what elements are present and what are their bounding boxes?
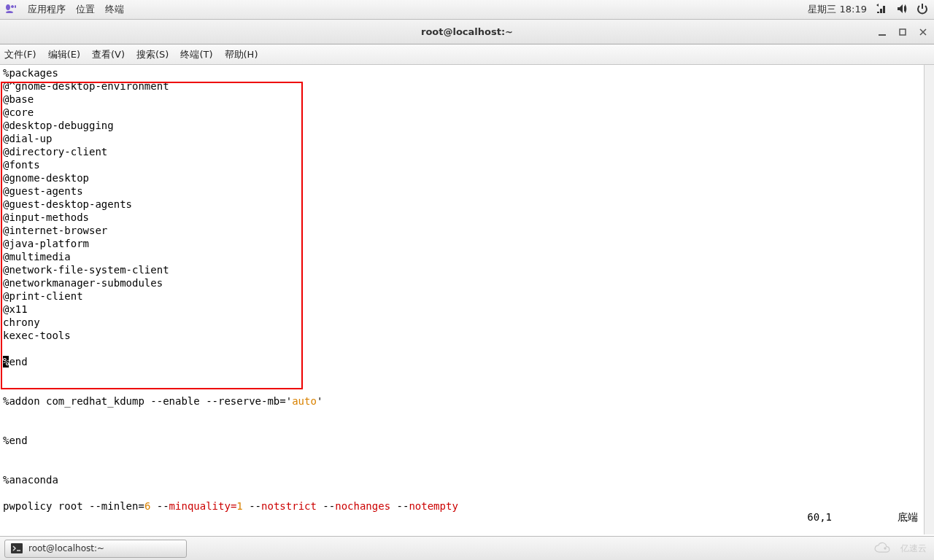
- power-icon[interactable]: [916, 3, 928, 17]
- kickstart-line: @directory-client: [3, 145, 934, 158]
- kickstart-end-line: %end: [3, 355, 934, 368]
- vim-status-line: 60,1 底端: [807, 511, 918, 524]
- volume-icon[interactable]: [896, 3, 908, 17]
- menu-edit[interactable]: 编辑(E): [48, 48, 80, 61]
- svg-rect-2: [11, 543, 23, 553]
- terminal-content[interactable]: %packages@^gnome-desktop-environment@bas…: [0, 65, 934, 524]
- kickstart-line: @guest-agents: [3, 184, 934, 198]
- menu-file[interactable]: 文件(F): [4, 48, 36, 61]
- menu-terminal[interactable]: 终端: [105, 3, 124, 16]
- addon-line: %addon com_redhat_kdump --enable --reser…: [3, 394, 934, 408]
- svg-rect-0: [879, 34, 886, 36]
- close-button[interactable]: [916, 26, 930, 39]
- blank-line: [3, 460, 934, 473]
- kickstart-line: @fonts: [3, 158, 934, 171]
- terminal-viewport: %packages@^gnome-desktop-environment@bas…: [0, 65, 934, 534]
- activities-icon[interactable]: [6, 3, 18, 17]
- kickstart-line: @desktop-debugging: [3, 119, 934, 132]
- window-titlebar: root@localhost:~: [0, 20, 934, 44]
- menu-help[interactable]: 帮助(H): [225, 48, 258, 61]
- taskbar-button-label: root@localhost:~: [28, 543, 104, 553]
- maximize-button[interactable]: [896, 26, 909, 39]
- kickstart-line: @java-platform: [3, 237, 934, 250]
- blank-line: [3, 421, 934, 434]
- anaconda-line: %anaconda: [3, 473, 934, 486]
- scrollbar[interactable]: [924, 65, 934, 534]
- scroll-position: 底端: [898, 511, 918, 524]
- kickstart-line: @network-file-system-client: [3, 263, 934, 276]
- kickstart-line: @input-methods: [3, 211, 934, 224]
- gnome-top-panel: 应用程序 位置 终端 星期三 18:19: [0, 0, 934, 20]
- kickstart-line: %packages: [3, 66, 934, 79]
- end-line: %end: [3, 434, 934, 447]
- cursor-position: 60,1: [807, 511, 832, 524]
- network-icon[interactable]: [876, 3, 887, 17]
- window-title: root@localhost:~: [421, 26, 513, 37]
- menu-view[interactable]: 查看(V): [92, 48, 125, 61]
- kickstart-line: @core: [3, 106, 934, 119]
- kickstart-line: @base: [3, 93, 934, 106]
- kickstart-line: @dial-up: [3, 132, 934, 145]
- menu-search[interactable]: 搜索(S): [136, 48, 169, 61]
- taskbar-button-terminal[interactable]: root@localhost:~: [4, 540, 187, 558]
- menu-places[interactable]: 位置: [76, 3, 95, 16]
- menu-applications[interactable]: 应用程序: [28, 3, 66, 16]
- kickstart-line: @internet-browser: [3, 224, 934, 237]
- clock-label[interactable]: 星期三 18:19: [808, 3, 867, 16]
- blank-line: [3, 381, 934, 394]
- minimize-button[interactable]: [876, 26, 889, 39]
- terminal-icon: [11, 542, 23, 554]
- kickstart-line: @print-client: [3, 289, 934, 303]
- kickstart-line: [3, 342, 934, 355]
- kickstart-line: @multimedia: [3, 250, 934, 263]
- pwpolicy-root-line: pwpolicy root --minlen=6 --minquality=1 …: [3, 499, 934, 513]
- terminal-menubar: 文件(F) 编辑(E) 查看(V) 搜索(S) 终端(T) 帮助(H): [0, 44, 934, 65]
- kickstart-line: @^gnome-desktop-environment: [3, 79, 934, 93]
- kickstart-line: chrony: [3, 316, 934, 329]
- svg-rect-1: [900, 29, 906, 35]
- kickstart-line: @networkmanager-submodules: [3, 276, 934, 289]
- cursor-char: %: [3, 356, 9, 368]
- menu-terminal-menu[interactable]: 终端(T): [180, 48, 212, 61]
- kickstart-line: @gnome-desktop: [3, 171, 934, 184]
- gnome-taskbar: root@localhost:~: [0, 536, 934, 560]
- kickstart-line: @x11: [3, 303, 934, 316]
- kickstart-line: @guest-desktop-agents: [3, 198, 934, 211]
- kickstart-line: kexec-tools: [3, 329, 934, 342]
